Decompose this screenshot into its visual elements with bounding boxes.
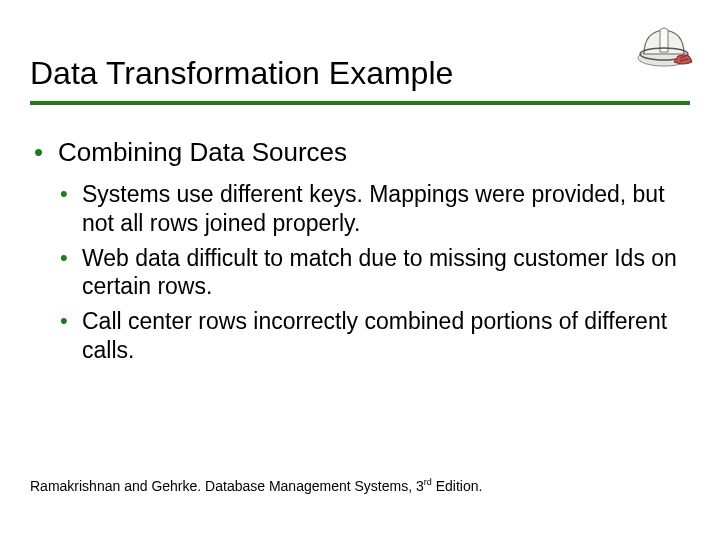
- list-item-label: Web data difficult to match due to missi…: [82, 245, 677, 300]
- sub-bullet-list: Systems use different keys. Mappings wer…: [58, 180, 690, 365]
- list-item-label: Systems use different keys. Mappings wer…: [82, 181, 665, 236]
- footer-sup: rd: [424, 477, 432, 487]
- footer-suffix: Edition.: [432, 478, 483, 494]
- hardhat-icon: [634, 18, 696, 74]
- list-item-label: Combining Data Sources: [58, 137, 347, 167]
- list-item: Systems use different keys. Mappings wer…: [58, 180, 690, 238]
- slide-title: Data Transformation Example: [30, 56, 690, 91]
- list-item-label: Call center rows incorrectly combined po…: [82, 308, 667, 363]
- slide: Data Transformation Example Combining Da…: [0, 0, 720, 540]
- list-item: Call center rows incorrectly combined po…: [58, 307, 690, 365]
- title-underline: [30, 101, 690, 105]
- list-item: Web data difficult to match due to missi…: [58, 244, 690, 302]
- footer-prefix: Ramakrishnan and Gehrke. Database Manage…: [30, 478, 424, 494]
- list-item: Combining Data Sources Systems use diffe…: [30, 137, 690, 365]
- bullet-list: Combining Data Sources Systems use diffe…: [30, 137, 690, 365]
- footer-citation: Ramakrishnan and Gehrke. Database Manage…: [30, 477, 482, 494]
